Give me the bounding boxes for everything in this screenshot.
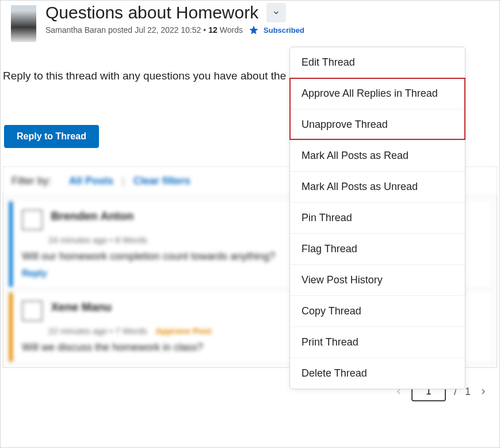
menu-mark-all-read[interactable]: Mark All Posts as Read [290, 141, 465, 172]
menu-approve-all-replies[interactable]: Approve All Replies in Thread [290, 78, 465, 109]
menu-pin-thread[interactable]: Pin Thread [290, 203, 465, 234]
thread-actions-menu: Edit Thread Approve All Replies in Threa… [289, 47, 465, 389]
reply-author: Brenden Anton [51, 210, 133, 223]
approve-post-link[interactable]: Approve Post [155, 326, 212, 336]
menu-print-thread[interactable]: Print Thread [290, 327, 465, 358]
thread-actions-toggle[interactable] [266, 3, 286, 22]
reply-to-thread-button[interactable]: Reply to Thread [4, 125, 99, 148]
bullet: • [203, 25, 206, 35]
reply-meta-text: 22 minutes ago • 7 Words [48, 326, 147, 336]
thread-heading: Questions about Homework Samantha Baran … [45, 3, 304, 35]
reply-avatar [22, 301, 43, 321]
star-icon[interactable] [249, 25, 259, 35]
menu-delete-thread[interactable]: Delete Thread [290, 358, 465, 389]
filter-all-posts[interactable]: All Posts [69, 175, 113, 187]
posted-label: posted [108, 25, 132, 35]
menu-mark-all-unread[interactable]: Mark All Posts as Unread [290, 172, 465, 203]
word-count: 12 [208, 25, 217, 35]
pager-total: 1 [465, 386, 471, 398]
reply-avatar [22, 210, 43, 230]
menu-flag-thread[interactable]: Flag Thread [290, 234, 465, 265]
thread-title-row: Questions about Homework [45, 3, 304, 22]
thread-title: Questions about Homework [45, 3, 258, 22]
thread-header: Questions about Homework Samantha Baran … [1, 1, 499, 42]
filter-label: Filter by: [12, 175, 51, 187]
thread-meta: Samantha Baran posted Jul 22, 2022 10:52… [45, 25, 304, 35]
menu-view-history[interactable]: View Post History [290, 265, 465, 296]
author-avatar [11, 5, 36, 42]
menu-unapprove-thread[interactable]: Unapprove Thread [290, 109, 465, 141]
words-label: Words [220, 25, 243, 35]
menu-copy-thread[interactable]: Copy Thread [290, 296, 465, 327]
reply-link[interactable]: Reply [22, 268, 47, 279]
chevron-down-icon [272, 9, 280, 17]
pager-next-icon[interactable] [479, 387, 488, 396]
menu-edit-thread[interactable]: Edit Thread [290, 47, 465, 78]
subscribed-label[interactable]: Subscribed [264, 26, 304, 35]
author-name: Samantha Baran [45, 25, 106, 35]
filter-clear[interactable]: Clear filters [133, 175, 190, 187]
posted-at: Jul 22, 2022 10:52 [135, 25, 201, 35]
reply-author: Xene Manu [51, 301, 112, 314]
filter-sep: | [122, 175, 125, 187]
